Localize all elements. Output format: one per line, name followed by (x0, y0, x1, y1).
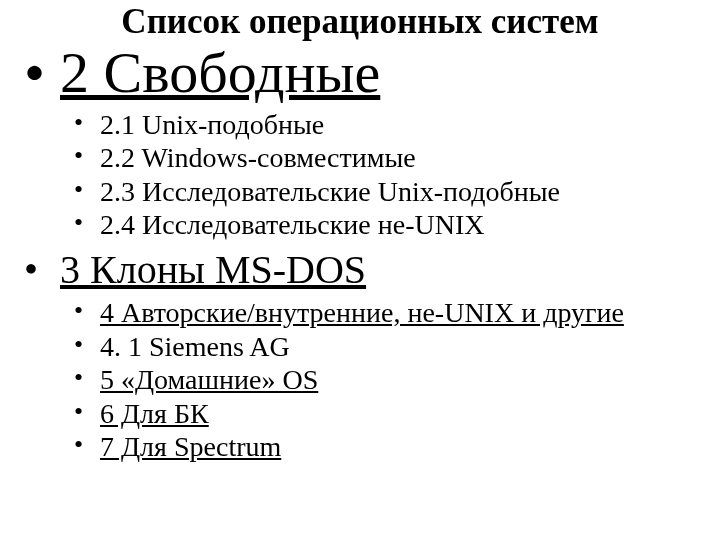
list-item-link[interactable]: 7 Для Spectrum (100, 431, 281, 462)
list-item-link[interactable]: 5 «Домашние» OS (100, 364, 318, 395)
page-title: Список операционных систем (20, 4, 700, 41)
list-item: 7 Для Spectrum (60, 430, 700, 464)
list-item-text: 2.1 Unix-подобные (100, 109, 324, 140)
list-item-link[interactable]: 6 Для БК (100, 398, 209, 429)
list-item: 2.3 Исследовательские Unix-подобные (60, 175, 700, 209)
list-item-text: 2.4 Исследовательские не-UNIX (100, 209, 484, 240)
outline-list: 2 Свободные 2.1 Unix-подобные 2.2 Window… (20, 43, 700, 464)
slide: Список операционных систем 2 Свободные 2… (0, 0, 720, 540)
section-3-klony-msdos: 3 Клоны MS-DOS 4 Авторские/внутренние, н… (20, 248, 700, 464)
list-item-text: 4. 1 Siemens AG (100, 331, 290, 362)
list-item: 5 «Домашние» OS (60, 363, 700, 397)
list-item: 2.1 Unix-подобные (60, 108, 700, 142)
section-heading[interactable]: 3 Клоны MS-DOS (60, 247, 366, 292)
section-2-sublist: 2.1 Unix-подобные 2.2 Windows-совместимы… (60, 108, 700, 242)
section-heading[interactable]: 2 Свободные (60, 40, 380, 105)
list-item-text: 2.3 Исследовательские Unix-подобные (100, 176, 560, 207)
list-item: 2.2 Windows-совместимые (60, 141, 700, 175)
list-item-link[interactable]: 4 Авторские/внутренние, не-UNIX и другие (100, 297, 624, 328)
list-item-text: 2.2 Windows-совместимые (100, 142, 416, 173)
list-item: 2.4 Исследовательские не-UNIX (60, 208, 700, 242)
list-item: 6 Для БК (60, 397, 700, 431)
section-3-sublist: 4 Авторские/внутренние, не-UNIX и другие… (60, 296, 700, 464)
list-item: 4 Авторские/внутренние, не-UNIX и другие (60, 296, 700, 330)
section-2-svobodnye: 2 Свободные 2.1 Unix-подобные 2.2 Window… (20, 43, 700, 242)
list-item: 4. 1 Siemens AG (60, 330, 700, 364)
